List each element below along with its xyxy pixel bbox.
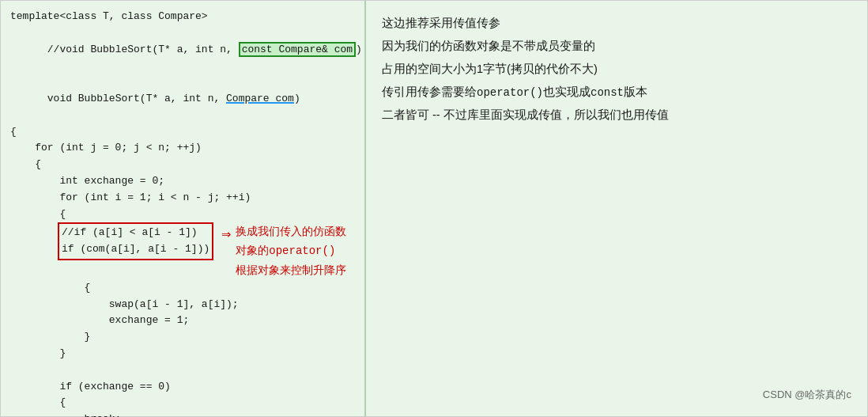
code-line-15: } bbox=[10, 346, 355, 362]
main-container: template<class T, class Compare> //void … bbox=[0, 0, 868, 417]
annotation-line-5: 二者皆可 -- 不过库里面实现成传值，所以我们也用传值 bbox=[382, 104, 851, 127]
line3-end: ) bbox=[294, 93, 300, 104]
code-line-11: { bbox=[10, 280, 355, 297]
footer-brand: CSDN @哈茶真的c bbox=[382, 378, 851, 405]
code-line-12: swap(a[i - 1], a[i]); bbox=[10, 297, 355, 313]
code-line-14: } bbox=[10, 329, 355, 346]
void-bubblesort: void BubbleSort(T* a, int n, bbox=[47, 93, 226, 104]
comment-prefix: //void BubbleSort(T* a, int n, bbox=[47, 44, 239, 55]
annotation-line-3: 占用的空间大小为1字节(拷贝的代价不大) bbox=[382, 58, 851, 81]
code-line-1: template<class T, class Compare> bbox=[10, 9, 355, 25]
red-annotation-block: ⇒ 换成我们传入的仿函数对象的operator() 根据对象来控制升降序 bbox=[221, 222, 355, 279]
code-line-2: //void BubbleSort(T* a, int n, const Com… bbox=[10, 25, 355, 74]
code-line-17: if (exchange == 0) bbox=[10, 379, 355, 396]
code-panel: template<class T, class Compare> //void … bbox=[1, 1, 364, 416]
code-line-9: { bbox=[10, 207, 355, 223]
red-annotation-text: 换成我们传入的仿函数对象的operator() 根据对象来控制升降序 bbox=[236, 222, 355, 279]
annotation-block: 这边推荐采用传值传参 因为我们的仿函数对象是不带成员变量的 占用的空间大小为1字… bbox=[382, 12, 851, 378]
red-arrow: ⇒ bbox=[221, 222, 231, 248]
const-compare-highlight: const Compare& com bbox=[239, 42, 356, 57]
annotation-line-1: 这边推荐采用传值传参 bbox=[382, 12, 851, 35]
annotation-line-4: 传引用传参需要给operator()也实现成const版本 bbox=[382, 81, 851, 104]
code-line-7: int exchange = 0; bbox=[10, 173, 355, 190]
code-line-3: void BubbleSort(T* a, int n, Compare com… bbox=[10, 74, 355, 123]
code-line-13: exchange = 1; bbox=[10, 313, 355, 329]
code-line-6: { bbox=[10, 157, 355, 173]
code-line-16 bbox=[10, 362, 355, 379]
code-line-18: { bbox=[10, 395, 355, 411]
code-line-8: for (int i = 1; i < n - j; ++i) bbox=[10, 190, 355, 207]
code-line-5: for (int j = 0; j < n; ++j) bbox=[10, 140, 355, 157]
red-annotation-line2: 根据对象来控制升降序 bbox=[236, 261, 355, 280]
code-if-comment: //if (a[i] < a[i - 1]) bbox=[62, 225, 209, 241]
line2-end: ) bbox=[356, 44, 362, 55]
red-box-container: //if (a[i] < a[i - 1]) if (com(a[i], a[i… bbox=[58, 222, 213, 260]
code-line-19: break; bbox=[10, 411, 355, 417]
redbox-annotation-row: //if (a[i] < a[i - 1]) if (com(a[i], a[i… bbox=[58, 222, 355, 279]
right-panel: 这边推荐采用传值传参 因为我们的仿函数对象是不带成员变量的 占用的空间大小为1字… bbox=[366, 1, 867, 416]
annotation-line-2: 因为我们的仿函数对象是不带成员变量的 bbox=[382, 35, 851, 58]
code-line-4: { bbox=[10, 124, 355, 141]
compare-com-highlight: Compare com bbox=[226, 93, 294, 104]
red-box-lines: //if (a[i] < a[i - 1]) if (com(a[i], a[i… bbox=[58, 222, 213, 260]
red-annotation-line1: 换成我们传入的仿函数对象的operator() bbox=[236, 222, 355, 261]
code-if-com: if (com(a[i], a[i - 1])) bbox=[62, 241, 209, 258]
